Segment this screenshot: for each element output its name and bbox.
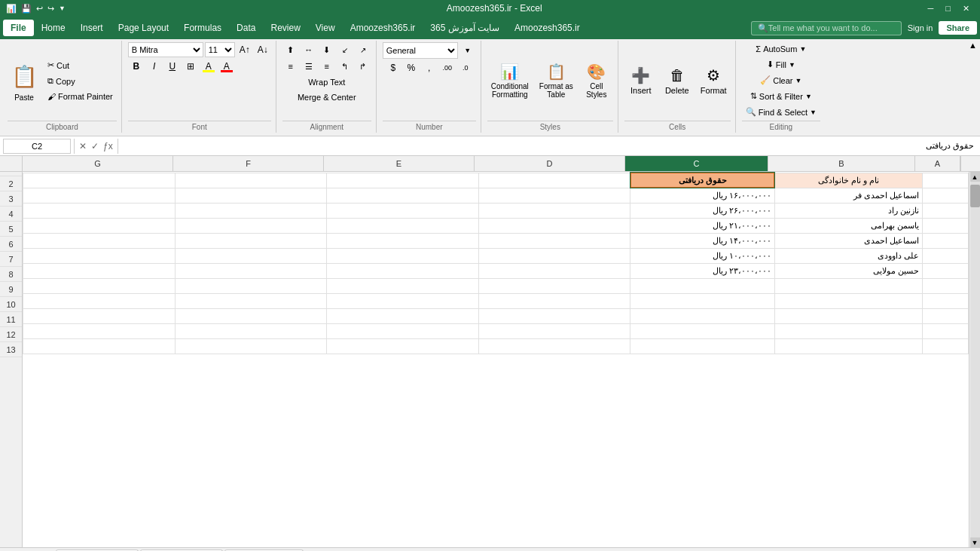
cell-G7[interactable] [23,248,176,263]
cell-A3[interactable] [923,188,969,203]
menu-review[interactable]: Review [263,20,307,36]
menu-home[interactable]: Home [34,20,73,36]
cell-B10[interactable] [774,293,923,308]
decimal-decrease-button[interactable]: .0 [457,60,474,75]
merge-center-button[interactable]: Merge & Center [294,90,360,104]
cell-E5[interactable] [327,218,479,233]
cell-G8[interactable] [23,263,176,278]
menu-file[interactable]: File [3,20,34,36]
redo-btn[interactable]: ↪ [47,4,54,14]
number-format-select[interactable]: General [383,42,458,59]
cell-C5[interactable]: ۲۱،۰۰۰،۰۰۰ ریال [630,218,775,233]
cell-A5[interactable] [923,218,969,233]
paste-button[interactable]: 📋 [8,60,41,93]
cell-F11[interactable] [175,308,327,323]
cell-E12[interactable] [327,323,479,338]
cell-C9[interactable] [630,278,775,293]
underline-button[interactable]: U [164,59,181,74]
insert-cells-button[interactable]: ➕ Insert [624,59,658,103]
restore-btn[interactable]: □ [941,2,955,15]
align-bottom-button[interactable]: ⬇ [319,42,335,57]
cell-F5[interactable] [175,218,327,233]
menu-view[interactable]: View [308,20,343,36]
cell-E13[interactable] [327,338,479,354]
cell-D13[interactable] [478,338,630,354]
cell-C2[interactable]: حقوق دریافتی [630,173,775,188]
menu-site1[interactable]: Amoozesh365.ir [343,20,423,36]
autosum-button[interactable]: Σ AutoSum ▼ [752,42,810,56]
cell-C13[interactable] [630,338,775,354]
cell-B13[interactable] [774,338,923,354]
cell-E9[interactable] [327,278,479,293]
cell-D9[interactable] [478,278,630,293]
col-header-D[interactable]: D [475,156,625,171]
cell-A9[interactable] [923,278,969,293]
number-expand-btn[interactable]: ▼ [459,43,476,58]
undo-btn[interactable]: ↩ [36,4,43,14]
menu-formulas[interactable]: Formulas [176,20,229,36]
cell-B11[interactable] [774,308,923,323]
cell-G3[interactable] [23,188,176,203]
cell-F9[interactable] [175,278,327,293]
cell-B3[interactable]: اسماعیل احمدی فر [774,188,923,203]
currency-button[interactable]: $ [385,60,401,75]
cell-G13[interactable] [23,338,176,354]
menu-insert[interactable]: Insert [73,20,111,36]
comma-button[interactable]: , [421,60,438,75]
cell-E8[interactable] [327,263,479,278]
cell-D8[interactable] [478,263,630,278]
menu-site3[interactable]: Amoozesh365.ir [507,20,588,36]
cell-F7[interactable] [175,248,327,263]
vertical-scrollbar[interactable]: ▲ ▼ [969,172,980,547]
cell-D12[interactable] [478,323,630,338]
col-header-F[interactable]: F [173,156,324,171]
delete-cells-button[interactable]: 🗑 Delete [661,59,694,103]
decrease-font-button[interactable]: A↓ [255,42,271,57]
cell-B5[interactable]: یاسمن بهرامی [774,218,923,233]
col-header-C[interactable]: C [625,156,768,171]
increase-font-button[interactable]: A↑ [237,42,253,57]
col-header-E[interactable]: E [324,156,475,171]
cell-F10[interactable] [175,293,327,308]
rtl-button[interactable]: ↰ [337,59,353,74]
decimal-increase-button[interactable]: .00 [439,60,456,75]
cell-D4[interactable] [478,203,630,218]
row-5[interactable]: 5 [0,222,22,237]
copy-button[interactable]: ⧉ Copy [44,74,117,88]
search-box[interactable]: 🔍 [751,21,902,35]
search-input[interactable] [768,23,889,32]
menu-page-layout[interactable]: Page Layout [111,20,176,36]
cell-G5[interactable] [23,218,176,233]
cell-B9[interactable] [774,278,923,293]
cell-C3[interactable]: ۱۶،۰۰۰،۰۰۰ ریال [630,188,775,203]
row-13[interactable]: 13 [0,342,22,357]
cell-C11[interactable] [630,308,775,323]
cell-F12[interactable] [175,323,327,338]
conditional-formatting-button[interactable]: 📊 ConditionalFormatting [487,59,533,103]
format-painter-button[interactable]: 🖌 Format Painter [44,90,117,103]
font-color-button[interactable]: A [218,59,235,74]
cell-C7[interactable]: ۱۰،۰۰۰،۰۰۰ ریال [630,248,775,263]
cancel-formula-btn[interactable]: ✕ [78,139,88,153]
row-3[interactable]: 3 [0,191,22,207]
cell-E2[interactable] [327,173,479,188]
cell-D6[interactable] [478,233,630,248]
menu-data[interactable]: Data [229,20,263,36]
cell-A7[interactable] [923,248,969,263]
row-8[interactable]: 8 [0,267,22,282]
cell-D10[interactable] [478,293,630,308]
cell-C6[interactable]: ۱۴،۰۰۰،۰۰۰ ریال [630,233,775,248]
row-6[interactable]: 6 [0,237,22,252]
cell-E6[interactable] [327,233,479,248]
sort-filter-button[interactable]: ⇅ Sort & Filter ▼ [746,89,816,103]
italic-button[interactable]: I [146,59,163,74]
bold-button[interactable]: B [128,59,145,74]
share-button[interactable]: Share [939,21,977,35]
border-button[interactable]: ⊞ [182,59,199,74]
font-size-select[interactable]: 11 [205,42,235,57]
cell-A4[interactable] [923,203,969,218]
row-9[interactable]: 9 [0,282,22,297]
row-11[interactable]: 11 [0,312,22,327]
cell-F13[interactable] [175,338,327,354]
menu-site2[interactable]: سایت آموزش 365 [423,20,507,36]
